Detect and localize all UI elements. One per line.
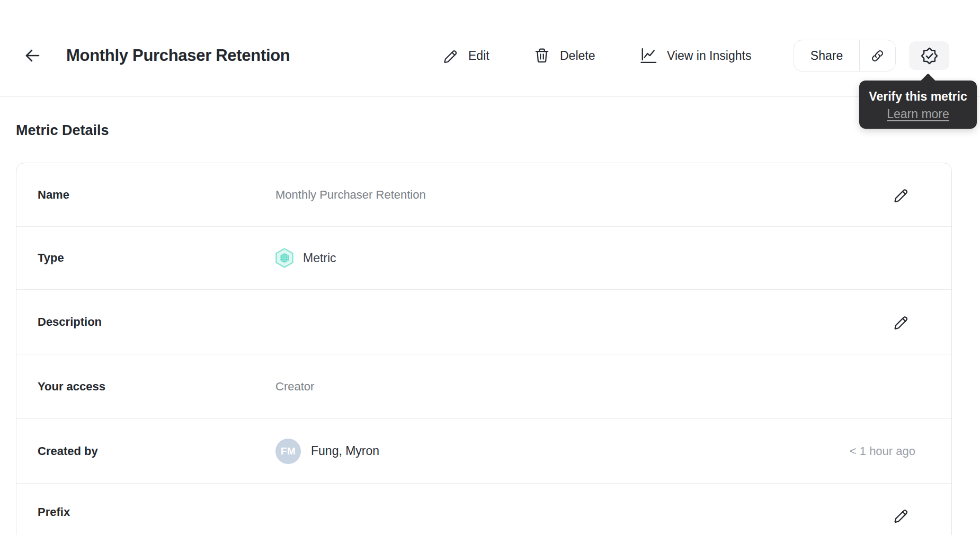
- row-type-value: Metric: [303, 251, 336, 265]
- row-created-by: Created by FM Fung, Myron < 1 hour ago: [16, 418, 951, 483]
- verify-metric-button[interactable]: [909, 41, 949, 70]
- avatar: FM: [275, 439, 301, 464]
- trash-icon: [533, 47, 551, 65]
- row-name: Name Monthly Purchaser Retention: [16, 163, 951, 226]
- delete-label: Delete: [560, 49, 595, 63]
- created-timestamp: < 1 hour ago: [850, 444, 915, 458]
- back-arrow-icon: [23, 46, 42, 65]
- tooltip-arrow: [920, 73, 936, 90]
- view-in-insights-label: View in Insights: [667, 49, 751, 63]
- edit-prefix-button[interactable]: [892, 506, 910, 524]
- learn-more-link[interactable]: Learn more: [887, 106, 949, 122]
- row-prefix-label: Prefix: [38, 505, 275, 519]
- share-button-group: Share: [794, 40, 896, 72]
- page-title: Monthly Purchaser Retention: [66, 44, 290, 67]
- row-your-access-value: Creator: [275, 380, 314, 394]
- edit-label: Edit: [468, 49, 489, 63]
- row-created-by-label: Created by: [38, 444, 275, 458]
- row-name-value: Monthly Purchaser Retention: [275, 188, 426, 202]
- header-divider: [0, 96, 980, 97]
- edit-description-button[interactable]: [892, 313, 910, 331]
- row-description: Description: [16, 289, 951, 354]
- edit-name-button[interactable]: [892, 186, 910, 204]
- pencil-icon: [442, 47, 459, 65]
- row-type: Type Metric: [16, 226, 951, 289]
- row-created-by-value: Fung, Myron: [311, 444, 379, 458]
- row-prefix: Prefix: [16, 483, 951, 535]
- verify-badge-icon: [920, 46, 939, 66]
- metric-details-card: Name Monthly Purchaser Retention Type: [16, 163, 952, 535]
- metric-hexagon-icon: [274, 247, 295, 269]
- section-heading: Metric Details: [16, 122, 109, 139]
- row-name-label: Name: [38, 188, 275, 202]
- tooltip-title: Verify this metric: [865, 88, 972, 104]
- edit-button[interactable]: Edit: [442, 46, 489, 66]
- delete-button[interactable]: Delete: [533, 46, 595, 66]
- row-your-access: Your access Creator: [16, 354, 951, 418]
- link-icon: [869, 48, 886, 64]
- copy-link-button[interactable]: [860, 40, 895, 71]
- row-description-label: Description: [38, 315, 275, 329]
- insights-chart-icon: [639, 46, 658, 65]
- verify-metric-tooltip: Verify this metric Learn more: [859, 81, 977, 129]
- row-your-access-label: Your access: [38, 380, 275, 394]
- row-type-label: Type: [38, 251, 275, 265]
- share-button[interactable]: Share: [794, 40, 859, 71]
- view-in-insights-button[interactable]: View in Insights: [639, 46, 751, 66]
- back-button[interactable]: [22, 46, 42, 66]
